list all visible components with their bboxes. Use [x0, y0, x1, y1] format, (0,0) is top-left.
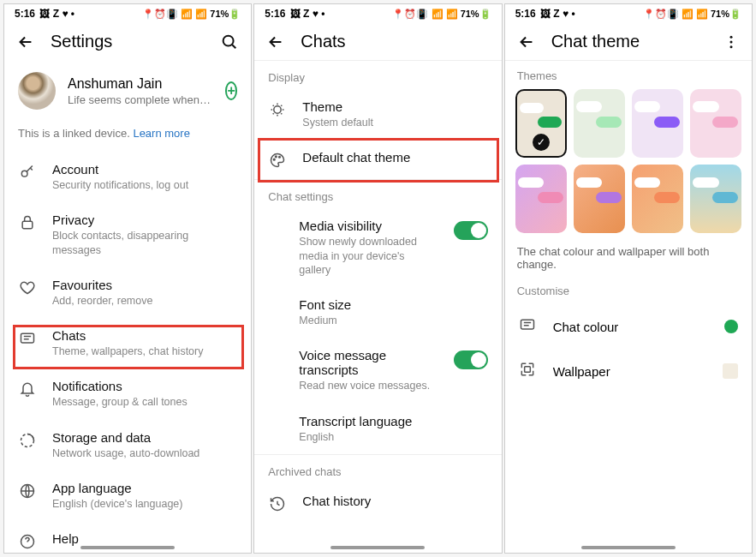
storage-icon: [18, 432, 37, 449]
item-privacy[interactable]: PrivacyBlock contacts, disappearing mess…: [4, 202, 251, 267]
themes-grid: ✓: [505, 89, 752, 233]
nav-handle: [80, 546, 175, 549]
key-icon: [18, 164, 37, 181]
highlight-default-theme: [258, 138, 499, 183]
svg-point-0: [223, 35, 234, 45]
check-icon: ✓: [533, 134, 550, 151]
item-chat-history[interactable]: Chat history: [254, 483, 501, 523]
status-icons-right: 📍⏰📳 📶 📶 71%🔋: [142, 9, 241, 20]
bell-icon: [18, 380, 37, 398]
help-icon: [18, 533, 37, 550]
header: Chat theme: [505, 23, 752, 60]
item-storage[interactable]: Storage and dataNetwork usage, auto-down…: [4, 420, 251, 470]
theme-option-7[interactable]: [690, 165, 741, 233]
theme-option-3[interactable]: [690, 89, 741, 158]
status-bar: 5:16 🖼 Z ♥ • 📍⏰📳 📶 📶 71%🔋: [505, 4, 752, 23]
status-icons-left: 🖼 Z ♥ •: [37, 8, 74, 20]
back-icon[interactable]: [16, 33, 35, 51]
section-chat-settings: Chat settings: [254, 180, 501, 208]
theme-icon: [268, 101, 287, 118]
header: Chats: [254, 23, 501, 60]
themes-label: Themes: [505, 61, 752, 89]
status-time: 5:16: [15, 8, 35, 20]
header: Settings: [4, 23, 251, 60]
item-theme[interactable]: ThemeSystem default: [254, 89, 501, 140]
svg-rect-14: [521, 320, 533, 329]
linked-device-note: This is a linked device. Learn more: [4, 122, 251, 152]
svg-point-7: [274, 106, 281, 113]
colour-swatch: [724, 320, 738, 333]
profile-row[interactable]: Anshuman Jain Life seems complete when y…: [4, 60, 251, 122]
settings-panel: 5:16 🖼 Z ♥ • 📍⏰📳 📶 📶 71%🔋 Settings Anshu…: [3, 3, 252, 554]
chats-panel: 5:16 🖼 Z ♥ • 📍⏰📳 📶 📶 71%🔋 Chats Display …: [253, 3, 502, 554]
svg-point-11: [729, 35, 732, 38]
page-title: Chats: [301, 32, 489, 51]
chat-theme-panel: 5:16 🖼 Z ♥ • 📍⏰📳 📶 📶 71%🔋 Chat theme The…: [504, 3, 753, 554]
history-icon: [268, 495, 287, 512]
back-icon[interactable]: [517, 33, 536, 51]
svg-point-1: [21, 171, 27, 177]
add-account-icon[interactable]: +: [225, 81, 237, 100]
lock-icon: [18, 214, 37, 231]
item-voice-transcripts[interactable]: Voice message transcriptsRead new voice …: [254, 338, 501, 403]
item-favourites[interactable]: FavouritesAdd, reorder, remove: [4, 267, 251, 318]
back-icon[interactable]: [266, 33, 285, 51]
globe-icon: [18, 482, 37, 500]
item-language[interactable]: App languageEnglish (device's language): [4, 470, 251, 521]
chat-colour-icon: [519, 316, 538, 337]
search-icon[interactable]: [220, 33, 239, 51]
item-notifications[interactable]: NotificationsMessage, group & call tones: [4, 368, 251, 419]
page-title: Settings: [51, 32, 205, 51]
theme-option-6[interactable]: [632, 165, 683, 233]
media-toggle[interactable]: [454, 221, 488, 240]
wallpaper-swatch: [723, 363, 738, 379]
heart-icon: [18, 279, 37, 296]
learn-more-link[interactable]: Learn more: [133, 127, 189, 140]
status-bar: 5:16 🖼 Z ♥ • 📍⏰📳 📶 📶 71%🔋: [254, 4, 501, 23]
profile-status: Life seems complete when you'r...: [68, 93, 213, 106]
theme-option-0[interactable]: ✓: [515, 89, 567, 158]
item-wallpaper[interactable]: Wallpaper: [505, 349, 752, 393]
highlight-chats: [13, 325, 244, 369]
svg-rect-2: [22, 222, 33, 229]
theme-option-2[interactable]: [632, 89, 683, 158]
nav-handle: [581, 546, 676, 549]
item-account[interactable]: AccountSecurity notifications, log out: [4, 152, 251, 202]
status-bar: 5:16 🖼 Z ♥ • 📍⏰📳 📶 📶 71%🔋: [4, 4, 251, 23]
item-font-size[interactable]: Font sizeMedium: [254, 287, 501, 338]
item-media-visibility[interactable]: Media visibilityShow newly downloaded me…: [254, 208, 501, 287]
page-title: Chat theme: [551, 32, 707, 51]
item-chat-colour[interactable]: Chat colour: [505, 304, 752, 349]
more-icon[interactable]: [723, 33, 740, 51]
theme-option-4[interactable]: [515, 165, 567, 233]
wallpaper-icon: [519, 361, 538, 381]
svg-point-13: [729, 45, 732, 48]
nav-handle: [330, 546, 425, 549]
avatar: [18, 72, 56, 110]
section-archived: Archived chats: [254, 455, 501, 483]
svg-rect-15: [524, 367, 530, 373]
svg-point-12: [729, 40, 732, 43]
item-transcript-language[interactable]: Transcript languageEnglish: [254, 404, 501, 454]
theme-option-1[interactable]: [574, 89, 625, 158]
theme-note: The chat colour and wallpaper will both …: [505, 233, 752, 278]
section-display: Display: [254, 61, 501, 89]
profile-name: Anshuman Jain: [68, 76, 213, 92]
theme-option-5[interactable]: [574, 165, 625, 233]
customise-label: Customise: [505, 278, 752, 304]
voice-toggle[interactable]: [454, 350, 488, 369]
